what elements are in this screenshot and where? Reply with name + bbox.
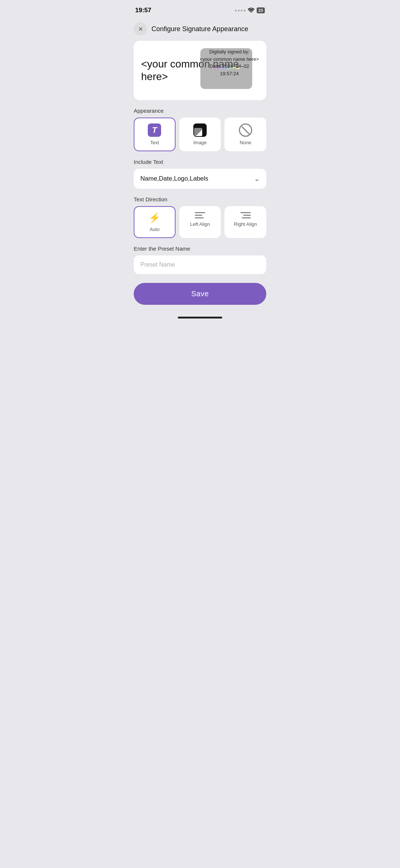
appearance-options: T Text Image None (134, 118, 266, 151)
direction-auto-button[interactable]: ⚡ Auto (134, 206, 176, 238)
direction-left-align-button[interactable]: Left Align (179, 206, 221, 238)
battery-icon: 23 (257, 7, 265, 13)
appearance-text-label: Text (150, 140, 159, 145)
appearance-image-label: Image (193, 140, 207, 145)
preview-time: 19:57:24 (200, 70, 259, 77)
direction-left-align-label: Left Align (190, 221, 210, 227)
appearance-image-button[interactable]: Image (179, 118, 221, 151)
chevron-down-icon: ⌄ (254, 175, 260, 183)
include-text-label: Include Text (134, 159, 266, 165)
signature-preview-card: <your common name here> 〜〜〜 Digitally si… (134, 41, 266, 100)
right-align-icon (240, 212, 251, 218)
include-text-dropdown[interactable]: Name,Date,Logo,Labels ⌄ (134, 169, 266, 189)
home-bar (178, 317, 222, 319)
text-icon: T (148, 123, 161, 137)
appearance-none-button[interactable]: None (224, 118, 266, 151)
preview-info: Digitally signed by: <your common name h… (200, 48, 259, 77)
preset-name-label: Enter the Preset Name (134, 245, 266, 252)
status-bar: 19:57 23 (128, 0, 272, 19)
none-icon (239, 123, 252, 137)
home-indicator (128, 314, 272, 324)
signed-by-label: Digitally signed by: (200, 48, 259, 56)
save-button-wrap: Save (134, 283, 266, 305)
preview-date: Date: 2024–04–02 (200, 63, 259, 70)
direction-auto-label: Auto (150, 227, 160, 232)
appearance-text-button[interactable]: T Text (134, 118, 176, 151)
include-text-dropdown-wrap: Name,Date,Logo,Labels ⌄ (134, 169, 266, 189)
include-text-value: Name,Date,Logo,Labels (140, 175, 208, 182)
direction-right-align-button[interactable]: Right Align (224, 206, 266, 238)
status-icons: 23 (235, 7, 265, 14)
appearance-label: Appearance (134, 108, 266, 114)
page-title: Configure Signature Appearance (151, 25, 248, 33)
bolt-icon: ⚡ (149, 212, 160, 224)
preset-name-input[interactable] (134, 255, 266, 274)
image-icon (193, 123, 207, 137)
close-button[interactable]: ✕ (134, 22, 147, 36)
header: ✕ Configure Signature Appearance (128, 19, 272, 41)
wifi-icon (248, 7, 254, 14)
text-direction-options: ⚡ Auto Left Align Right Align (134, 206, 266, 238)
preset-name-section (134, 255, 266, 274)
signal-icon (235, 10, 246, 11)
appearance-none-label: None (240, 140, 251, 145)
left-align-icon (195, 212, 205, 218)
status-time: 19:57 (135, 7, 151, 14)
direction-right-align-label: Right Align (234, 221, 257, 227)
save-button[interactable]: Save (134, 283, 266, 305)
preview-common-name: <your common name here> (200, 56, 259, 63)
text-direction-label: Text Direction (134, 196, 266, 202)
